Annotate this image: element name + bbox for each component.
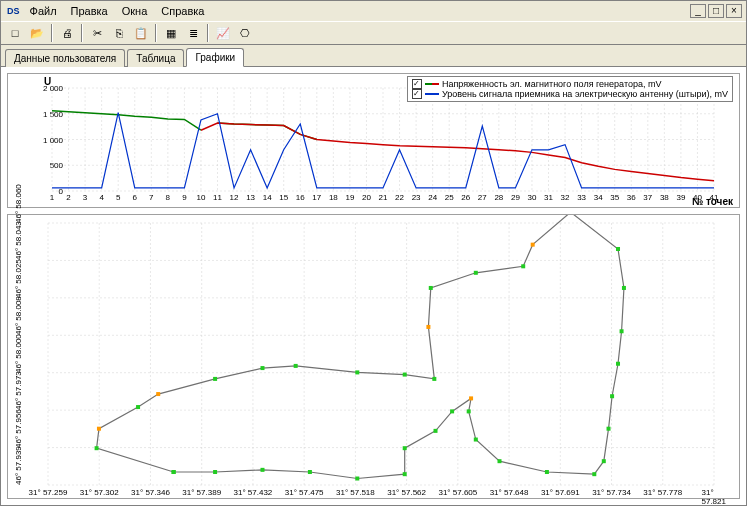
svg-rect-82 — [521, 264, 525, 268]
x-tick: 13 — [246, 193, 255, 202]
svg-rect-92 — [592, 472, 596, 476]
x-tick: 31° 57.562 — [387, 488, 426, 497]
x-tick: 31° 57.432 — [234, 488, 273, 497]
svg-rect-105 — [213, 470, 217, 474]
chart-icon[interactable]: 📈 — [213, 23, 233, 43]
menu-file[interactable]: Файл — [24, 3, 63, 19]
svg-rect-95 — [474, 438, 478, 442]
new-icon[interactable]: □ — [5, 23, 25, 43]
chart1-legend: ✓Напряженность эл. магнитного поля генер… — [407, 76, 733, 102]
x-tick: 11 — [213, 193, 222, 202]
svg-rect-98 — [450, 409, 454, 413]
x-tick: 31° 57.778 — [643, 488, 682, 497]
svg-rect-99 — [434, 429, 438, 433]
svg-rect-69 — [95, 446, 99, 450]
x-tick: 8 — [166, 193, 170, 202]
x-tick: 33 — [577, 193, 586, 202]
svg-rect-88 — [616, 362, 620, 366]
x-tick: 5 — [116, 193, 120, 202]
chart-track: 46° 57.93946° 57.95646° 57.97346° 58.000… — [7, 214, 740, 499]
svg-rect-73 — [213, 377, 217, 381]
tab-2[interactable]: Графики — [186, 48, 244, 67]
svg-rect-75 — [294, 364, 298, 368]
svg-rect-71 — [136, 405, 140, 409]
legend-line-icon — [425, 83, 439, 85]
svg-rect-94 — [498, 459, 502, 463]
tab-bar: Данные пользователяТаблицаГрафики — [1, 45, 746, 67]
x-tick: 2 — [66, 193, 70, 202]
x-tick: 17 — [312, 193, 321, 202]
svg-rect-86 — [622, 286, 626, 290]
tab-1[interactable]: Таблица — [127, 49, 184, 67]
chart2-plot — [8, 215, 724, 503]
x-tick: 20 — [362, 193, 371, 202]
x-tick: 23 — [412, 193, 421, 202]
minimize-button[interactable]: _ — [690, 4, 706, 18]
svg-rect-78 — [432, 377, 436, 381]
x-tick: 21 — [379, 193, 388, 202]
close-button[interactable]: × — [726, 4, 742, 18]
svg-rect-93 — [545, 470, 549, 474]
x-tick: 25 — [445, 193, 454, 202]
x-tick: 35 — [610, 193, 619, 202]
svg-rect-76 — [355, 370, 359, 374]
x-tick: 31° 57.259 — [29, 488, 68, 497]
svg-rect-79 — [426, 325, 430, 329]
svg-rect-70 — [97, 427, 101, 431]
x-tick: 22 — [395, 193, 404, 202]
cut-icon[interactable]: ✂ — [87, 23, 107, 43]
menu-windows[interactable]: Окна — [116, 3, 154, 19]
menu-help[interactable]: Справка — [155, 3, 210, 19]
maximize-button[interactable]: □ — [708, 4, 724, 18]
x-tick: 38 — [660, 193, 669, 202]
svg-rect-102 — [355, 477, 359, 481]
x-tick: 37 — [643, 193, 652, 202]
x-tick: 31° 57.648 — [490, 488, 529, 497]
x-tick: 39 — [676, 193, 685, 202]
x-tick: 31° 57.346 — [131, 488, 170, 497]
open-icon[interactable]: 📂 — [27, 23, 47, 43]
x-tick: 18 — [329, 193, 338, 202]
x-tick: 3 — [83, 193, 87, 202]
x-tick: 31° 57.821 — [702, 488, 727, 505]
x-tick: 7 — [149, 193, 153, 202]
grid-icon[interactable]: ▦ — [161, 23, 181, 43]
svg-rect-87 — [620, 329, 624, 333]
legend-checkbox[interactable]: ✓ — [412, 89, 422, 99]
settings-icon[interactable]: ⎔ — [235, 23, 255, 43]
svg-rect-96 — [467, 409, 471, 413]
legend-checkbox[interactable]: ✓ — [412, 79, 422, 89]
x-tick: 31 — [544, 193, 553, 202]
x-tick: 10 — [196, 193, 205, 202]
x-tick: 36 — [627, 193, 636, 202]
x-tick: 31° 57.734 — [592, 488, 631, 497]
chart1-x-label: № точек — [692, 196, 733, 207]
svg-rect-81 — [474, 271, 478, 275]
x-tick: 29 — [511, 193, 520, 202]
x-tick: 19 — [345, 193, 354, 202]
x-tick: 31° 57.475 — [285, 488, 324, 497]
print-icon[interactable]: 🖨 — [57, 23, 77, 43]
legend-row: ✓Напряженность эл. магнитного поля генер… — [412, 79, 728, 89]
x-tick: 26 — [461, 193, 470, 202]
x-tick: 14 — [263, 193, 272, 202]
x-tick: 12 — [230, 193, 239, 202]
chart-signal: U ✓Напряженность эл. магнитного поля ген… — [7, 73, 740, 208]
svg-rect-74 — [260, 366, 264, 370]
x-tick: 32 — [561, 193, 570, 202]
x-tick: 24 — [428, 193, 437, 202]
svg-rect-77 — [403, 373, 407, 377]
x-tick: 9 — [182, 193, 186, 202]
svg-rect-72 — [156, 392, 160, 396]
menu-edit[interactable]: Правка — [65, 3, 114, 19]
x-tick: 31° 57.691 — [541, 488, 580, 497]
copy-icon[interactable]: ⎘ — [109, 23, 129, 43]
app-icon: DS — [5, 6, 22, 16]
window-buttons: _ □ × — [690, 4, 742, 18]
tab-0[interactable]: Данные пользователя — [5, 49, 125, 67]
list-icon[interactable]: ≣ — [183, 23, 203, 43]
svg-rect-97 — [469, 396, 473, 400]
paste-icon[interactable]: 📋 — [131, 23, 151, 43]
x-tick: 31° 57.389 — [182, 488, 221, 497]
legend-text: Напряженность эл. магнитного поля генера… — [442, 79, 661, 89]
